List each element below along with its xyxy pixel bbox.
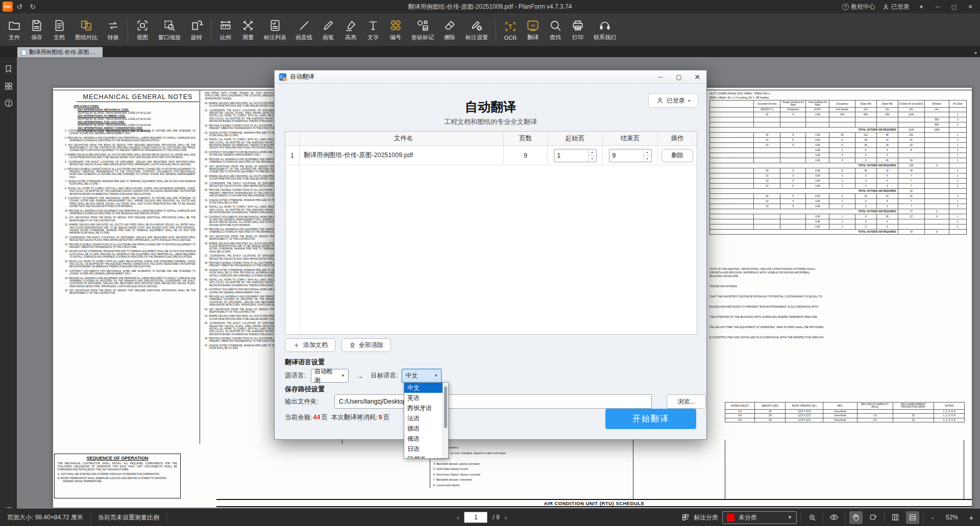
close-button[interactable]: ✕ xyxy=(966,4,975,10)
dialog-heading: 自动翻译 xyxy=(275,98,706,115)
toolbar-window-zoom-button[interactable]: 窗口缩放 xyxy=(154,16,185,43)
maximize-button[interactable]: ▢ xyxy=(949,4,959,10)
document-tab[interactable]: 翻译用例图纸-价传-原图.... xyxy=(17,47,103,57)
measure-scale-hint[interactable]: 当前页未设置测量比例 xyxy=(91,509,166,526)
rtu-schedule-notes: 1. Vibration Isolation2. Roof Curb, 12 i… xyxy=(430,445,598,488)
toolbar-document-button[interactable]: 文档 xyxy=(48,16,70,43)
start-translate-button[interactable]: 开始翻译 xyxy=(605,409,696,429)
start-page-stepper[interactable]: 1 ▲▼ xyxy=(554,149,597,162)
undo-icon[interactable]: ↺ xyxy=(13,3,26,11)
toolbar-line-button[interactable]: 画直线 xyxy=(291,16,317,43)
person-icon xyxy=(883,4,889,10)
toolbar-folder-button[interactable]: 文件 xyxy=(3,16,26,43)
toolbar-item-label: 测量 xyxy=(242,34,254,41)
browse-button[interactable]: 浏览... xyxy=(667,394,706,409)
line-icon xyxy=(298,18,311,33)
redo-icon[interactable]: ↻ xyxy=(26,3,39,11)
zoom-out-button[interactable]: - xyxy=(928,513,937,522)
toolbar-highlight-button[interactable]: 高亮 xyxy=(339,16,362,43)
column-divider-line xyxy=(200,90,200,444)
toolbar-search-button[interactable]: 查找 xyxy=(544,16,567,43)
minimize-button[interactable]: ─ xyxy=(933,4,942,10)
clear-all-button[interactable]: 全部清除 xyxy=(341,338,391,352)
output-folder-label: 输出文件夹: xyxy=(285,397,318,406)
horizontal-panels-icon[interactable] xyxy=(906,511,919,524)
dialog-minimize-button[interactable]: ─ xyxy=(651,70,670,83)
target-language-select[interactable]: 中文▼ xyxy=(402,369,442,383)
toolbar-annotation-list-button[interactable]: 标注列表 xyxy=(259,16,291,43)
toolbar-number-button[interactable]: 1234编号 xyxy=(384,16,407,43)
scrollbar-thumb[interactable] xyxy=(444,386,447,428)
dialog-close-button[interactable]: ✕ xyxy=(688,70,706,83)
page-size-info: 页面大小: 98.40×84.72 厘米 xyxy=(0,509,90,526)
toolbar-item-label: 编号 xyxy=(390,34,401,41)
dropdown-scrollbar[interactable] xyxy=(443,383,448,459)
toolbar-ocr-button[interactable]: OCR xyxy=(499,17,522,42)
toolbar-pen-button[interactable]: 画笔 xyxy=(317,16,339,43)
toolbar-measure-button[interactable]: 测量 xyxy=(237,16,259,43)
language-option[interactable]: 日语 xyxy=(404,444,443,454)
tab-overflow-caret[interactable]: ▾ xyxy=(974,50,977,56)
zoom-in-button[interactable]: + xyxy=(967,513,976,522)
rtu-note-line: 7. Backdraft damper, motorized xyxy=(433,477,598,483)
toolbar-print-button[interactable]: 打印 xyxy=(567,16,589,43)
output-folder-input[interactable] xyxy=(334,394,652,409)
toolbar-scale-button[interactable]: 比例 xyxy=(214,16,237,43)
toolbar-save-button[interactable]: 保存 xyxy=(26,16,48,43)
category-dropdown[interactable]: 未分类 ▼ xyxy=(722,511,797,524)
pan-hand-icon[interactable] xyxy=(849,511,863,524)
toolbar-shape-button[interactable]: 形状标记 xyxy=(407,16,438,43)
source-language-select[interactable]: 自动检测▼ xyxy=(311,369,349,383)
language-option[interactable]: 法语 xyxy=(404,413,443,423)
toolbar-view-button[interactable]: 视图 xyxy=(131,16,154,43)
toolbar-annotation-settings-button[interactable]: 标注设置 xyxy=(461,16,493,43)
next-page-button[interactable]: › xyxy=(505,514,507,521)
save-path-label: 保存路径设置 xyxy=(285,385,325,394)
delete-file-button[interactable]: 删除 xyxy=(662,149,693,162)
contact-icon xyxy=(598,18,611,33)
vertical-panels-icon[interactable] xyxy=(889,511,902,524)
language-option[interactable]: 德语 xyxy=(404,423,443,434)
language-option[interactable]: 印尼语 xyxy=(404,454,443,459)
add-document-button[interactable]: ＋ 添加文档 xyxy=(285,338,335,352)
code-line: APPLICABLE CODES: xyxy=(74,105,196,108)
login-status-button[interactable]: 已登录 xyxy=(883,3,910,11)
eye-icon[interactable] xyxy=(827,511,841,524)
end-page-stepper[interactable]: 9 ▲▼ xyxy=(609,149,652,162)
document-tabbar: 翻译用例图纸-价传-原图.... ▾ xyxy=(0,46,980,57)
language-option[interactable]: 英语 xyxy=(404,393,443,403)
fan-schedule-table-inner: SONES (INLET)WEIGHT (LBS)ROOF OPENING (I… xyxy=(725,402,965,422)
general-note-item: 7. UNLESS NOTED OTHERWISE, MINIMUM PIPE … xyxy=(65,180,195,186)
step-up-icon[interactable]: ▲ xyxy=(589,149,596,156)
consume-value: 9 xyxy=(379,414,382,421)
schedule-column-line xyxy=(725,440,725,499)
step-up-icon[interactable]: ▲ xyxy=(644,149,651,156)
bookmark-icon[interactable] xyxy=(4,64,13,73)
zoom-region-icon[interactable] xyxy=(805,511,819,524)
toolbar-translate-button[interactable]: AI翻译 xyxy=(522,16,544,43)
snapshot-region-icon[interactable] xyxy=(867,511,880,524)
language-option[interactable]: 中文 xyxy=(404,383,443,393)
toolbar-contact-button[interactable]: 联系我们 xyxy=(589,16,621,43)
svg-text:文: 文 xyxy=(280,74,283,79)
svg-text:3: 3 xyxy=(393,27,394,30)
search-icon xyxy=(549,18,562,33)
toolbar-text-button[interactable]: 文字 xyxy=(362,16,384,43)
language-option[interactable]: 西班牙语 xyxy=(404,403,443,413)
toolbar-rotate-button[interactable]: 旋转 xyxy=(185,16,208,43)
dialog-maximize-button[interactable]: ▢ xyxy=(670,70,688,83)
language-option[interactable]: 俄语 xyxy=(404,434,443,444)
toolbar-eraser-button[interactable]: 擦除 xyxy=(438,16,461,43)
titlebar-menu-caret[interactable]: ▾ xyxy=(917,4,926,10)
svg-text:A: A xyxy=(284,78,286,81)
help-center-button[interactable]: ? 教程中心 xyxy=(842,3,875,11)
help-icon[interactable] xyxy=(4,98,13,108)
current-page-input[interactable] xyxy=(464,512,487,523)
toolbar-compare-button[interactable]: AB图纸对比 xyxy=(70,16,102,43)
step-down-icon[interactable]: ▼ xyxy=(589,156,596,162)
prev-page-button[interactable]: ‹ xyxy=(457,514,459,521)
toolbar-convert-button[interactable]: 转换 xyxy=(102,16,125,43)
apps-grid-icon[interactable] xyxy=(4,82,13,90)
fan-schedule-table: SONES (INLET)WEIGHT (LBS)ROOF OPENING (I… xyxy=(725,402,965,422)
step-down-icon[interactable]: ▼ xyxy=(644,156,651,162)
